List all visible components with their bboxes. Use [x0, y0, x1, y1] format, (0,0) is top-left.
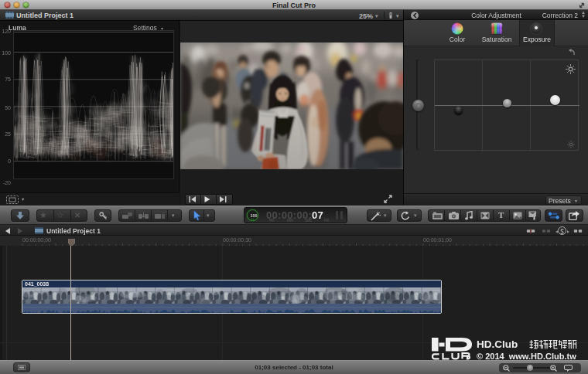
svg-text:HD.Club: HD.Club	[477, 338, 518, 350]
